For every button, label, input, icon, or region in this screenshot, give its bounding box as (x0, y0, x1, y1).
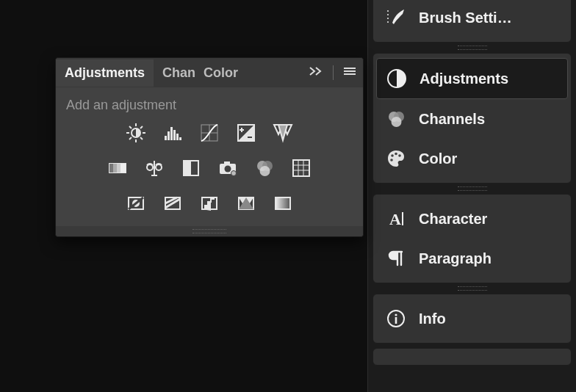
paragraph-icon (385, 247, 407, 269)
panel-group-type: A Character Paragraph (372, 194, 572, 283)
svg-rect-46 (109, 164, 113, 173)
svg-point-52 (156, 164, 162, 170)
brush-settings-icon (385, 7, 407, 29)
color-balance-icon[interactable] (143, 157, 165, 179)
svg-line-28 (140, 126, 143, 128)
gradient-map-icon[interactable] (272, 192, 294, 214)
panel-group-brush: Brush Setti… (372, 0, 572, 43)
adjustments-heading: Add an adjustment (63, 95, 356, 122)
tab-color[interactable]: Color (195, 59, 239, 87)
selective-color-icon[interactable] (235, 192, 257, 214)
svg-rect-49 (120, 164, 126, 173)
svg-line-70 (129, 197, 143, 209)
tab-channels[interactable]: Chan (154, 59, 195, 87)
exposure-icon[interactable] (235, 122, 257, 144)
svg-line-25 (129, 126, 132, 128)
panel-group-empty (372, 348, 572, 366)
panel-group-adjustments: Adjustments Channels (372, 53, 572, 184)
panel-label: Info (419, 311, 446, 327)
panel-label: Adjustments (420, 70, 508, 87)
svg-point-58 (225, 166, 231, 173)
svg-point-11 (390, 159, 393, 161)
panel-drag-handle[interactable] (368, 286, 576, 291)
channels-icon (385, 108, 407, 130)
adjustments-icon (386, 68, 408, 90)
svg-rect-33 (176, 134, 179, 140)
svg-rect-78 (276, 197, 290, 209)
panel-group-info: Info (372, 294, 572, 344)
brightness-contrast-icon[interactable] (125, 122, 147, 144)
panel-item-color[interactable]: Color (376, 139, 568, 178)
adjustments-floating-panel: Adjustments Chan Color Add an adjustment (55, 57, 364, 237)
invert-icon[interactable] (125, 192, 147, 214)
color-lookup-icon[interactable] (290, 157, 312, 179)
svg-rect-48 (117, 164, 120, 173)
svg-rect-63 (293, 160, 309, 176)
right-dock: Brush Setti… Adjustments Channels (367, 0, 576, 392)
svg-rect-29 (165, 136, 167, 140)
divider (333, 65, 334, 80)
channel-mixer-icon[interactable] (253, 157, 276, 179)
photo-filter-icon[interactable] (217, 157, 239, 179)
panel-drag-handle[interactable] (368, 186, 576, 192)
panel-label: Color (419, 150, 457, 167)
curves-icon[interactable] (198, 122, 220, 144)
svg-rect-34 (179, 137, 181, 140)
levels-icon[interactable] (162, 122, 184, 144)
svg-text:A: A (389, 210, 401, 228)
panel-tab-bar: Adjustments Chan Color (56, 58, 363, 87)
tab-adjustments[interactable]: Adjustments (56, 59, 154, 87)
panel-item-channels[interactable]: Channels (376, 99, 568, 139)
svg-point-8 (391, 154, 394, 157)
panel-label: Channels (419, 111, 485, 128)
panel-item-brush-settings[interactable]: Brush Setti… (376, 0, 568, 37)
color-icon (385, 148, 407, 170)
svg-point-10 (398, 154, 401, 157)
panel-label: Brush Setti… (419, 10, 512, 26)
svg-rect-47 (113, 164, 117, 173)
svg-point-9 (395, 153, 397, 156)
character-icon: A (385, 208, 407, 230)
panel-label: Paragraph (419, 250, 492, 267)
panel-menu-button[interactable] (336, 66, 363, 79)
svg-rect-30 (168, 131, 170, 140)
svg-point-59 (231, 171, 237, 176)
svg-point-62 (260, 166, 270, 176)
adjustment-icon-grid (63, 122, 356, 214)
svg-rect-16 (395, 317, 397, 324)
panel-item-adjustments[interactable]: Adjustments (376, 58, 568, 99)
panel-label: Character (419, 211, 487, 228)
svg-point-15 (395, 313, 397, 316)
collapse-panel-button[interactable] (303, 66, 330, 79)
svg-point-7 (392, 117, 402, 127)
posterize-icon[interactable] (162, 192, 184, 214)
black-white-icon[interactable] (180, 157, 202, 179)
threshold-icon[interactable] (198, 192, 220, 214)
panel-resize-handle[interactable] (56, 226, 363, 236)
adjustments-panel-body: Add an adjustment (56, 87, 363, 226)
info-icon (385, 308, 407, 330)
vibrance-icon[interactable] (272, 122, 294, 144)
panel-item-info[interactable]: Info (376, 299, 568, 338)
svg-line-26 (140, 137, 143, 139)
svg-rect-57 (224, 161, 230, 164)
panel-item-character[interactable]: A Character (376, 199, 568, 239)
svg-point-51 (147, 164, 153, 170)
svg-rect-55 (184, 161, 191, 175)
hue-saturation-icon[interactable] (107, 157, 129, 179)
svg-rect-32 (173, 130, 176, 140)
panel-drag-handle[interactable] (368, 45, 576, 51)
svg-line-27 (129, 137, 132, 139)
panel-item-paragraph[interactable]: Paragraph (376, 239, 568, 278)
svg-rect-53 (151, 175, 157, 176)
svg-rect-31 (170, 127, 173, 140)
